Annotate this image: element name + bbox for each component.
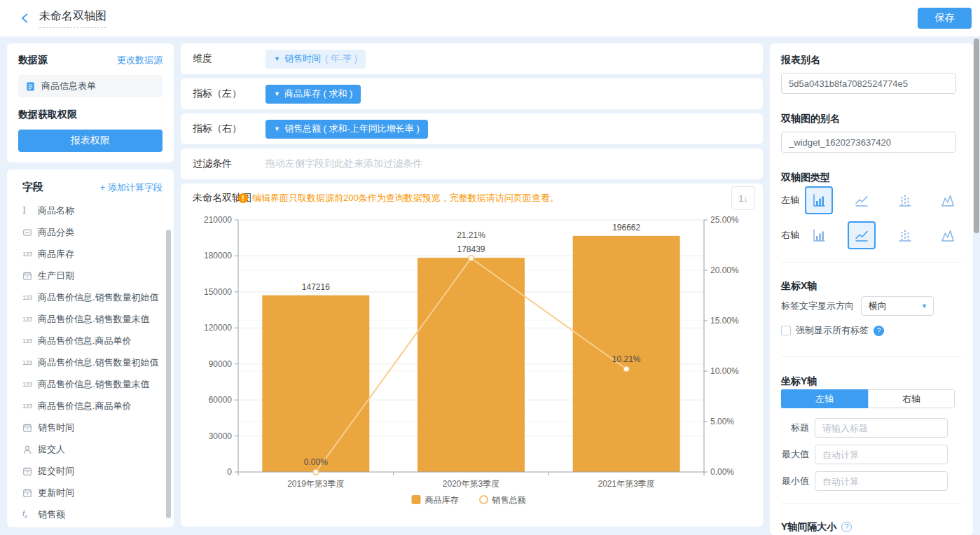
bar-chart-icon[interactable] bbox=[805, 221, 833, 249]
y-min-label: 最小值 bbox=[781, 475, 815, 487]
field-list-item[interactable]: 123商品售价信息.销售数量初始值 bbox=[7, 352, 174, 373]
report-alias-title: 报表别名 bbox=[781, 53, 962, 66]
report-permission-button[interactable]: 报表权限 bbox=[18, 130, 163, 152]
svg-text:25.00%: 25.00% bbox=[710, 215, 739, 225]
date-field-icon: 7 bbox=[22, 271, 38, 281]
datasource-item-label: 商品信息表单 bbox=[41, 80, 96, 92]
tab-left-axis[interactable]: 左轴 bbox=[781, 389, 868, 408]
svg-text:10.21%: 10.21% bbox=[612, 354, 641, 364]
y-max-input[interactable] bbox=[815, 445, 948, 464]
formula-field-icon: fx bbox=[22, 509, 38, 520]
chevron-down-icon: ▼ bbox=[274, 126, 280, 132]
page-scrollbar[interactable] bbox=[974, 39, 979, 233]
metric-left-chip[interactable]: ▼ 商品库存 ( 求和 ) bbox=[265, 85, 361, 104]
datasource-item[interactable]: 商品信息表单 bbox=[18, 75, 163, 97]
field-list-item[interactable]: 7提交时间 bbox=[7, 460, 174, 482]
divider bbox=[781, 503, 962, 504]
change-datasource-link[interactable]: 更改数据源 bbox=[117, 54, 163, 67]
x-axis-title: 坐标X轴 bbox=[781, 279, 962, 292]
svg-text:7: 7 bbox=[26, 492, 28, 496]
svg-text:0.00%: 0.00% bbox=[710, 467, 734, 477]
filter-row[interactable]: 过滤条件 拖动左侧字段到此处来添加过滤条件 bbox=[181, 148, 763, 179]
axis-type-row: 右轴 bbox=[781, 220, 962, 251]
field-list-item[interactable]: 7销售时间 bbox=[7, 417, 174, 438]
page-title[interactable]: 未命名双轴图 bbox=[39, 9, 106, 28]
svg-text:147216: 147216 bbox=[302, 282, 330, 292]
line-chart-icon[interactable] bbox=[848, 186, 876, 214]
add-calc-field-link[interactable]: + 添加计算字段 bbox=[100, 181, 163, 194]
svg-text:120000: 120000 bbox=[204, 323, 232, 333]
chart-card: 1472161784391966620.00%21.21%10.21%03000… bbox=[181, 183, 763, 527]
y-min-input[interactable] bbox=[815, 471, 948, 491]
widget-alias-input[interactable] bbox=[781, 132, 956, 153]
svg-text:178439: 178439 bbox=[457, 244, 485, 254]
field-list-item[interactable]: 123商品库存 bbox=[7, 243, 174, 265]
dimension-label: 维度 bbox=[193, 53, 265, 65]
field-list-item[interactable]: 123商品售价信息.销售数量末值 bbox=[7, 373, 174, 395]
svg-text:210000: 210000 bbox=[204, 215, 232, 225]
sort-button[interactable]: 1↓ bbox=[731, 186, 755, 210]
field-label: 提交时间 bbox=[38, 465, 74, 478]
chevron-left-icon bbox=[20, 13, 31, 24]
field-label: 销售额 bbox=[38, 508, 65, 521]
chevron-down-icon: ▼ bbox=[921, 303, 927, 310]
svg-text:20.00%: 20.00% bbox=[710, 265, 739, 275]
field-label: 商品分类 bbox=[38, 226, 74, 239]
bar-chart-icon[interactable] bbox=[805, 186, 833, 214]
help-icon[interactable]: ? bbox=[874, 326, 884, 336]
report-alias-input[interactable] bbox=[781, 73, 956, 94]
filter-dropzone-placeholder: 拖动左侧字段到此处来添加过滤条件 bbox=[265, 158, 422, 170]
y-title-label: 标题 bbox=[781, 422, 815, 434]
peak-chart-icon[interactable] bbox=[934, 186, 962, 214]
back-button[interactable] bbox=[17, 10, 34, 27]
divider bbox=[781, 356, 962, 357]
y-min-row: 最小值 bbox=[781, 471, 962, 491]
field-list-item[interactable]: 7生产日期 bbox=[7, 265, 174, 286]
axis-row-label: 右轴 bbox=[781, 229, 805, 242]
number-field-icon: 123 bbox=[22, 316, 38, 323]
select-field-icon bbox=[22, 228, 38, 237]
field-label: 生产日期 bbox=[38, 270, 74, 282]
field-label: 商品售价信息.销售数量末值 bbox=[38, 378, 150, 391]
dashed-bar-chart-icon[interactable] bbox=[891, 221, 919, 249]
y-title-input[interactable] bbox=[815, 418, 948, 438]
peak-chart-icon[interactable] bbox=[934, 221, 962, 249]
datasource-title: 数据源 bbox=[18, 54, 48, 67]
line-chart-icon[interactable] bbox=[848, 221, 876, 249]
svg-text:150000: 150000 bbox=[204, 287, 232, 297]
field-list-item[interactable]: 123商品售价信息.销售数量末值 bbox=[7, 308, 174, 330]
fields-scrollbar[interactable] bbox=[166, 230, 171, 518]
force-labels-checkbox[interactable] bbox=[781, 326, 791, 335]
chart-warning: ! 编辑界面只取数据源前200条作为查询数据预览，完整数据请访问页面查看。 bbox=[238, 192, 559, 204]
metric-right-chip[interactable]: ▼ 销售总额 ( 求和-上年同比增长率 ) bbox=[265, 120, 428, 139]
label-direction-row: 标签文字显示方向 横向 ▼ bbox=[781, 296, 962, 316]
dimension-row: 维度 ▼ 销售时间 ( 年-季 ) bbox=[181, 43, 763, 74]
svg-text:7: 7 bbox=[26, 470, 28, 474]
save-button[interactable]: 保存 bbox=[918, 8, 972, 29]
field-label: 销售时间 bbox=[38, 422, 74, 434]
field-list-item[interactable]: 7更新时间 bbox=[7, 482, 174, 503]
label-direction-select[interactable]: 横向 ▼ bbox=[861, 296, 934, 316]
y-max-row: 最大值 bbox=[781, 445, 962, 464]
svg-text:180000: 180000 bbox=[204, 251, 232, 260]
field-list-item[interactable]: 123商品售价信息.商品单价 bbox=[7, 330, 174, 352]
metric-right-chip-label: 销售总额 ( 求和-上年同比增长率 ) bbox=[284, 123, 420, 135]
field-list-item[interactable]: 123商品售价信息.销售数量初始值 bbox=[7, 286, 174, 308]
field-list-item[interactable]: fx销售额 bbox=[7, 503, 174, 525]
field-list-item[interactable]: I商品名称 bbox=[7, 200, 174, 221]
field-list-item[interactable]: 商品分类 bbox=[7, 221, 174, 243]
field-list-item[interactable]: 提交人 bbox=[7, 438, 174, 460]
field-label: 提交人 bbox=[38, 443, 65, 456]
dimension-chip[interactable]: ▼ 销售时间 ( 年-季 ) bbox=[265, 50, 366, 69]
dashed-bar-chart-icon[interactable] bbox=[891, 186, 919, 214]
permission-title: 数据获取权限 bbox=[18, 109, 163, 121]
metric-left-row: 指标（左） ▼ 商品库存 ( 求和 ) bbox=[181, 78, 763, 109]
field-label: 商品售价信息.销售数量初始值 bbox=[38, 291, 159, 304]
field-list-item[interactable]: 123商品售价信息.商品单价 bbox=[7, 395, 174, 417]
text-field-icon: I bbox=[22, 205, 38, 216]
tab-right-axis[interactable]: 右轴 bbox=[868, 389, 955, 408]
field-list: I商品名称商品分类123商品库存7生产日期123商品售价信息.销售数量初始值12… bbox=[7, 200, 174, 525]
fields-title: 字段 bbox=[22, 181, 43, 194]
top-bar: 未命名双轴图 保存 bbox=[0, 0, 980, 36]
help-icon[interactable]: ? bbox=[841, 522, 852, 532]
